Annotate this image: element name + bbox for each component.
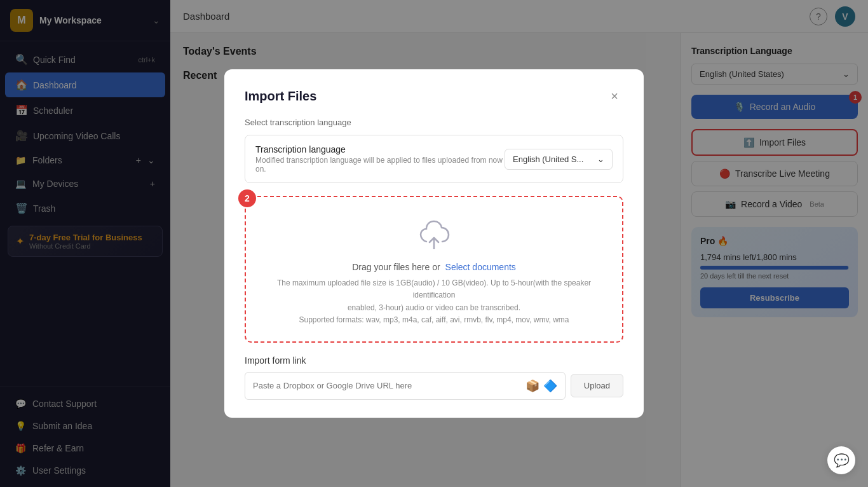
- chat-bubble-button[interactable]: 💬: [827, 446, 855, 474]
- lang-dropdown[interactable]: English (United S... ⌄: [505, 149, 613, 170]
- form-link-label: Import form link: [245, 355, 623, 366]
- modal-header: Import Files ×: [245, 87, 623, 105]
- drop-zone[interactable]: 2 Drag your files here or Select documen…: [245, 196, 623, 343]
- dropdown-chevron-icon: ⌄: [597, 154, 604, 164]
- dropbox-icon: 📦: [526, 379, 539, 393]
- drag-text: Drag your files here or: [352, 262, 440, 272]
- link-icons: 📦 🔷: [526, 379, 557, 393]
- drop-limit-2: enabled, 3-hour) audio or video can be t…: [259, 302, 609, 314]
- modal-close-button[interactable]: ×: [606, 87, 623, 105]
- lang-row-title: Transcription language: [255, 144, 505, 154]
- upload-button[interactable]: Upload: [571, 374, 623, 397]
- drop-limit-1: The maximum uploaded file size is 1GB(au…: [259, 277, 609, 301]
- modal-overlay[interactable]: Import Files × Select transcription lang…: [0, 0, 868, 487]
- form-link-row: 📦 🔷 Upload: [245, 372, 623, 400]
- import-files-modal: Import Files × Select transcription lang…: [224, 69, 644, 418]
- drop-limit-3: Supported formats: wav, mp3, m4a, caf, a…: [259, 314, 609, 326]
- drop-zone-badge: 2: [238, 189, 256, 207]
- lang-dropdown-value: English (United S...: [513, 154, 583, 164]
- lang-row-sub: Modified transcription language will be …: [255, 156, 505, 174]
- lang-row-left: Transcription language Modified transcri…: [255, 144, 505, 174]
- drop-text: Drag your files here or Select documents: [259, 262, 609, 272]
- select-documents-link[interactable]: Select documents: [445, 262, 516, 272]
- gdrive-icon: 🔷: [543, 379, 557, 393]
- form-link-input-wrapper[interactable]: 📦 🔷: [245, 372, 566, 400]
- modal-title: Import Files: [245, 89, 316, 104]
- upload-cloud-icon: [259, 220, 609, 256]
- form-link-input[interactable]: [253, 381, 520, 390]
- lang-section-label: Select transcription language: [245, 118, 623, 127]
- lang-row: Transcription language Modified transcri…: [245, 135, 623, 183]
